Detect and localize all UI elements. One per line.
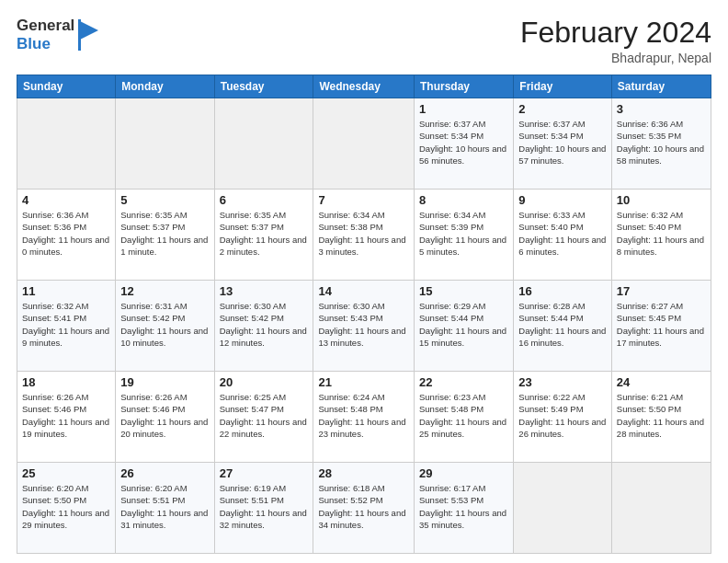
calendar-cell [514,463,612,554]
calendar-cell [313,98,415,190]
calendar-cell: 3Sunrise: 6:36 AM Sunset: 5:35 PM Daylig… [611,98,711,190]
day-number: 15 [419,284,508,298]
day-number: 13 [220,284,309,298]
day-info: Sunrise: 6:21 AM Sunset: 5:50 PM Dayligh… [617,391,706,440]
day-number: 10 [617,193,706,207]
calendar-cell: 27Sunrise: 6:19 AM Sunset: 5:51 PM Dayli… [214,463,313,554]
day-info: Sunrise: 6:32 AM Sunset: 5:40 PM Dayligh… [617,209,706,258]
day-number: 21 [318,375,409,389]
calendar-title: February 2024 [520,17,711,49]
day-info: Sunrise: 6:35 AM Sunset: 5:37 PM Dayligh… [120,209,209,258]
day-info: Sunrise: 6:33 AM Sunset: 5:40 PM Dayligh… [518,209,607,258]
calendar-cell: 4Sunrise: 6:36 AM Sunset: 5:36 PM Daylig… [17,190,116,281]
day-info: Sunrise: 6:25 AM Sunset: 5:47 PM Dayligh… [220,391,309,440]
calendar-cell: 11Sunrise: 6:32 AM Sunset: 5:41 PM Dayli… [17,281,116,372]
day-info: Sunrise: 6:26 AM Sunset: 5:46 PM Dayligh… [120,391,209,440]
day-number: 11 [22,284,110,298]
day-number: 28 [318,466,409,480]
calendar-cell: 14Sunrise: 6:30 AM Sunset: 5:43 PM Dayli… [313,281,415,372]
col-wednesday: Wednesday [313,75,415,98]
col-sunday: Sunday [17,75,116,98]
day-info: Sunrise: 6:34 AM Sunset: 5:39 PM Dayligh… [419,209,508,258]
day-number: 25 [22,466,110,480]
calendar-cell: 17Sunrise: 6:27 AM Sunset: 5:45 PM Dayli… [611,281,711,372]
calendar-week-1: 1Sunrise: 6:37 AM Sunset: 5:34 PM Daylig… [17,98,711,190]
day-number: 18 [22,375,110,389]
calendar-cell: 1Sunrise: 6:37 AM Sunset: 5:34 PM Daylig… [415,98,514,190]
day-number: 12 [120,284,209,298]
calendar-cell: 7Sunrise: 6:34 AM Sunset: 5:38 PM Daylig… [313,190,415,281]
calendar-cell: 8Sunrise: 6:34 AM Sunset: 5:39 PM Daylig… [415,190,514,281]
calendar-cell: 2Sunrise: 6:37 AM Sunset: 5:34 PM Daylig… [514,98,612,190]
header-row: Sunday Monday Tuesday Wednesday Thursday… [17,75,711,98]
day-number: 3 [617,102,706,116]
day-number: 26 [120,466,209,480]
day-info: Sunrise: 6:30 AM Sunset: 5:43 PM Dayligh… [318,300,409,349]
day-info: Sunrise: 6:31 AM Sunset: 5:42 PM Dayligh… [120,300,209,349]
day-number: 29 [419,466,508,480]
calendar-cell: 5Sunrise: 6:35 AM Sunset: 5:37 PM Daylig… [116,190,214,281]
day-info: Sunrise: 6:37 AM Sunset: 5:34 PM Dayligh… [518,118,607,167]
day-number: 23 [518,375,607,389]
day-number: 6 [220,193,309,207]
calendar-subtitle: Bhadrapur, Nepal [520,51,711,65]
day-number: 2 [518,102,607,116]
calendar-week-3: 11Sunrise: 6:32 AM Sunset: 5:41 PM Dayli… [17,281,711,372]
calendar-cell: 25Sunrise: 6:20 AM Sunset: 5:50 PM Dayli… [17,463,116,554]
calendar-page: General Blue February 2024 Bhadrapur, Ne… [0,0,728,563]
day-info: Sunrise: 6:20 AM Sunset: 5:50 PM Dayligh… [22,482,110,531]
day-number: 24 [617,375,706,389]
svg-marker-0 [80,21,98,40]
day-info: Sunrise: 6:28 AM Sunset: 5:44 PM Dayligh… [518,300,607,349]
col-saturday: Saturday [611,75,711,98]
logo-icon [76,17,102,52]
day-number: 19 [120,375,209,389]
calendar-cell: 22Sunrise: 6:23 AM Sunset: 5:48 PM Dayli… [415,372,514,463]
calendar-cell: 13Sunrise: 6:30 AM Sunset: 5:42 PM Dayli… [214,281,313,372]
title-block: February 2024 Bhadrapur, Nepal [520,17,711,65]
day-info: Sunrise: 6:19 AM Sunset: 5:51 PM Dayligh… [220,482,309,531]
day-number: 22 [419,375,508,389]
col-tuesday: Tuesday [214,75,313,98]
day-number: 7 [318,193,409,207]
logo-blue-text: Blue [17,35,74,53]
calendar-cell: 24Sunrise: 6:21 AM Sunset: 5:50 PM Dayli… [611,372,711,463]
svg-rect-1 [78,19,81,51]
calendar-cell [116,98,214,190]
day-info: Sunrise: 6:37 AM Sunset: 5:34 PM Dayligh… [419,118,508,167]
day-info: Sunrise: 6:20 AM Sunset: 5:51 PM Dayligh… [120,482,209,531]
logo-general-text: General [17,17,74,35]
col-friday: Friday [514,75,612,98]
day-number: 8 [419,193,508,207]
day-number: 27 [220,466,309,480]
calendar-cell: 18Sunrise: 6:26 AM Sunset: 5:46 PM Dayli… [17,372,116,463]
calendar-cell: 19Sunrise: 6:26 AM Sunset: 5:46 PM Dayli… [116,372,214,463]
day-info: Sunrise: 6:24 AM Sunset: 5:48 PM Dayligh… [318,391,409,440]
day-number: 20 [220,375,309,389]
day-info: Sunrise: 6:17 AM Sunset: 5:53 PM Dayligh… [419,482,508,531]
header: General Blue February 2024 Bhadrapur, Ne… [17,17,711,65]
calendar-cell: 6Sunrise: 6:35 AM Sunset: 5:37 PM Daylig… [214,190,313,281]
calendar-table: Sunday Monday Tuesday Wednesday Thursday… [17,75,711,554]
calendar-week-5: 25Sunrise: 6:20 AM Sunset: 5:50 PM Dayli… [17,463,711,554]
calendar-cell: 9Sunrise: 6:33 AM Sunset: 5:40 PM Daylig… [514,190,612,281]
calendar-cell: 29Sunrise: 6:17 AM Sunset: 5:53 PM Dayli… [415,463,514,554]
logo: General Blue [17,17,102,52]
day-number: 1 [419,102,508,116]
col-monday: Monday [116,75,214,98]
day-number: 5 [120,193,209,207]
day-number: 16 [518,284,607,298]
day-info: Sunrise: 6:26 AM Sunset: 5:46 PM Dayligh… [22,391,110,440]
calendar-week-2: 4Sunrise: 6:36 AM Sunset: 5:36 PM Daylig… [17,190,711,281]
day-info: Sunrise: 6:18 AM Sunset: 5:52 PM Dayligh… [318,482,409,531]
calendar-cell: 12Sunrise: 6:31 AM Sunset: 5:42 PM Dayli… [116,281,214,372]
calendar-cell: 15Sunrise: 6:29 AM Sunset: 5:44 PM Dayli… [415,281,514,372]
day-info: Sunrise: 6:30 AM Sunset: 5:42 PM Dayligh… [220,300,309,349]
calendar-week-4: 18Sunrise: 6:26 AM Sunset: 5:46 PM Dayli… [17,372,711,463]
col-thursday: Thursday [415,75,514,98]
day-info: Sunrise: 6:36 AM Sunset: 5:35 PM Dayligh… [617,118,706,167]
day-info: Sunrise: 6:27 AM Sunset: 5:45 PM Dayligh… [617,300,706,349]
calendar-cell: 21Sunrise: 6:24 AM Sunset: 5:48 PM Dayli… [313,372,415,463]
day-info: Sunrise: 6:23 AM Sunset: 5:48 PM Dayligh… [419,391,508,440]
calendar-cell: 23Sunrise: 6:22 AM Sunset: 5:49 PM Dayli… [514,372,612,463]
